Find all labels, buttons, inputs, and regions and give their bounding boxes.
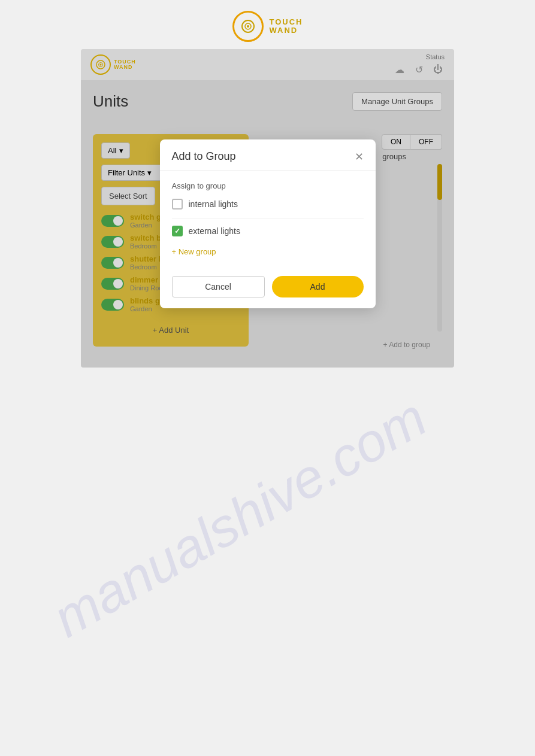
add-to-group-modal: Add to Group ✕ Assign to group internal …	[160, 139, 376, 308]
svg-point-5	[100, 64, 102, 66]
power-icon[interactable]: ⏻	[431, 63, 445, 76]
app-header: TOUCH WAND Status ☁ ↺ ⏻	[81, 49, 454, 80]
cloud-icon: ☁	[393, 63, 406, 76]
app-window: TOUCH WAND Status ☁ ↺ ⏻ Units Manage Uni…	[81, 49, 454, 368]
modal-overlay: Add to Group ✕ Assign to group internal …	[81, 80, 454, 368]
top-logo-text: TOUCH WAND	[270, 18, 303, 35]
add-button[interactable]: Add	[272, 276, 364, 297]
status-icons: ☁ ↺ ⏻	[393, 63, 445, 76]
watermark-text: manualshive.com	[43, 387, 437, 649]
watermark-area: manualshive.com	[0, 368, 535, 756]
top-logo-circle	[232, 11, 264, 42]
new-group-link[interactable]: + New group	[172, 247, 216, 256]
external-lights-label: external lights	[189, 226, 240, 236]
internal-lights-checkbox[interactable]	[172, 199, 183, 210]
checkbox-item-internal-lights: internal lights	[172, 199, 364, 210]
internal-lights-label: internal lights	[189, 199, 238, 209]
status-label: Status	[426, 53, 445, 60]
checkbox-item-external-lights: external lights	[172, 226, 364, 236]
modal-footer: Cancel Add	[160, 268, 376, 308]
modal-header: Add to Group ✕	[160, 139, 376, 171]
top-header: TOUCH WAND	[0, 0, 535, 49]
app-logo: TOUCH WAND	[90, 54, 136, 75]
modal-close-button[interactable]: ✕	[355, 151, 364, 162]
refresh-icon[interactable]: ↺	[412, 63, 425, 76]
svg-point-2	[247, 25, 249, 28]
modal-title: Add to Group	[172, 150, 236, 163]
app-content: Units Manage Unit Groups All ▾ Filter Un…	[81, 80, 454, 368]
modal-body: Assign to group internal lights external…	[160, 171, 376, 268]
app-logo-text: TOUCH WAND	[114, 59, 136, 70]
external-lights-checkbox[interactable]	[172, 226, 183, 236]
app-logo-small-circle	[90, 54, 111, 75]
assign-to-group-label: Assign to group	[172, 181, 364, 190]
divider	[172, 218, 364, 218]
app-header-right: Status ☁ ↺ ⏻	[393, 53, 445, 76]
cancel-button[interactable]: Cancel	[172, 276, 265, 297]
